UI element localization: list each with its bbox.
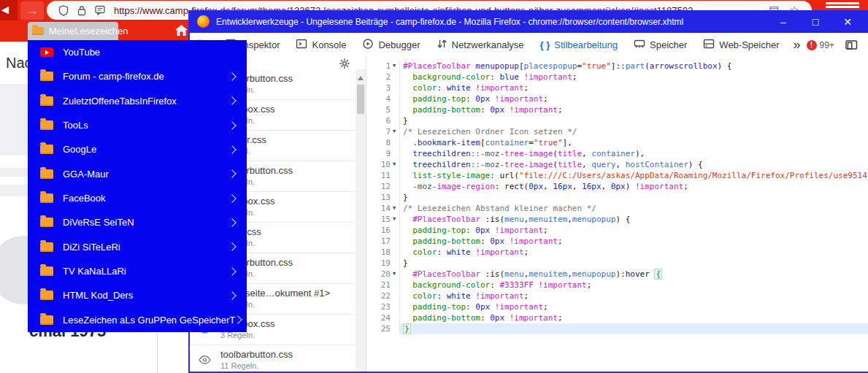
bookmark-menu-item[interactable]: GoogLe (28, 137, 247, 161)
more-tabs-icon[interactable]: » (788, 37, 807, 53)
code-line[interactable]: 19} (366, 258, 868, 269)
code-line[interactable]: 25} (366, 323, 868, 334)
stylesheet-rule-count: 11 Regeln. (220, 361, 258, 370)
stylesheet-item[interactable]: toolbarbutton.css11 Regeln. (190, 345, 356, 372)
code-line[interactable]: 8 .bookmark-item[container="true"], (366, 137, 868, 148)
fold-arrow-icon[interactable]: ▼ (391, 203, 398, 214)
fold-arrow-icon[interactable]: ▼ (391, 269, 398, 280)
code-line[interactable]: 11 list-style-image: url("file:///C:/Use… (366, 170, 868, 181)
bookmark-menu-item[interactable]: DiZi SiTeLeRi (28, 235, 247, 259)
code-line[interactable]: 3 color: white !important; (366, 82, 868, 93)
code-text[interactable]: .bookmark-item[container="true"], (400, 137, 868, 148)
code-text[interactable]: } (400, 115, 868, 126)
code-text[interactable]: color: white !important; (400, 291, 868, 301)
fold-arrow-icon[interactable]: ▼ (391, 159, 398, 170)
back-button[interactable]: ◄ (0, 0, 18, 20)
code-line[interactable]: 18 color: white !important; (366, 247, 868, 258)
shield-icon[interactable] (58, 5, 69, 16)
lock-icon[interactable] (77, 5, 86, 16)
code-text[interactable]: color: white !important; (400, 247, 868, 258)
code-line[interactable]: 1▼#PlacesToolbar menupopup[placespopup="… (366, 61, 868, 72)
code-text[interactable]: background-color: #3333FF !important; (400, 280, 868, 291)
code-text[interactable]: /* Lesezeichen Ordner Icon setzen */ (400, 126, 868, 137)
code-line[interactable]: 20▼ #PlacesToolbar :is(menu,menuitem,men… (366, 269, 868, 280)
bookmarks-folder-button[interactable]: MeineLesezeichen (28, 22, 118, 40)
code-line[interactable]: 21 background-color: #3333FF !important; (366, 280, 868, 291)
code-text[interactable]: treechildren::-moz-tree-image(title, con… (400, 148, 868, 159)
code-text[interactable]: padding-bottom: 0px !important; (400, 104, 868, 115)
memory-icon (634, 38, 645, 52)
chevron-right-icon (228, 72, 236, 80)
code-line[interactable]: 9 treechildren::-moz-tree-image(title, c… (366, 148, 868, 159)
code-line[interactable]: 17 padding-bottom: 0px !important; (366, 236, 868, 247)
fold-arrow-icon[interactable]: ▼ (391, 61, 398, 72)
extension-icon[interactable] (821, 1, 864, 9)
code-text[interactable]: } (400, 323, 868, 334)
code-text[interactable]: } (400, 192, 868, 203)
code-text[interactable]: } (400, 258, 868, 269)
code-line[interactable]: 4 padding-top: 0px !important; (366, 93, 868, 104)
tab-stilbearbeitung[interactable]: { }Stilbearbeitung (532, 33, 626, 57)
bookmark-menu-item[interactable]: HTML Kod_Ders (28, 283, 247, 307)
bookmark-menu-item[interactable]: YouTube (28, 40, 247, 64)
code-text[interactable]: padding-top: 0px !important; (400, 301, 868, 312)
code-text[interactable]: #PlacesToolbar :is(menu,menuitem,menupop… (400, 214, 868, 225)
close-button[interactable]: ✕ (831, 16, 864, 28)
code-line[interactable]: 12 -moz-image-region: rect(0px, 16px, 16… (366, 181, 868, 192)
maximize-button[interactable]: □ (799, 16, 831, 28)
bookmark-menu-item[interactable]: DiVeRsE SeiTeN (28, 210, 247, 234)
code-line[interactable]: 13} (366, 192, 868, 203)
line-number-gutter: 2 (366, 72, 400, 82)
code-text[interactable]: padding-bottom: 0px !important; (400, 312, 868, 323)
bookmark-menu-item[interactable]: FaceBook (28, 186, 247, 210)
sidebar-scrollbar[interactable] (356, 69, 366, 372)
code-line[interactable]: 6} (366, 115, 868, 126)
error-count-badge[interactable]: ! 99+ (807, 40, 834, 50)
fold-arrow-icon[interactable]: ▼ (391, 126, 398, 137)
code-line[interactable]: 10▼ treechildren::-moz-tree-image(title,… (366, 159, 868, 170)
code-text[interactable]: padding-top: 0px !important; (400, 225, 868, 236)
bookmark-menu-item[interactable]: TooLs (28, 113, 247, 137)
code-text[interactable]: padding-bottom: 0px !important; (400, 236, 868, 247)
devtools-titlebar[interactable]: Entwicklerwerkzeuge - Ungelesene Beiträg… (190, 10, 868, 33)
line-number-gutter: 13 (366, 192, 400, 203)
permissions-message-icon[interactable] (95, 5, 105, 15)
tab-speicher[interactable]: Speicher (626, 33, 695, 57)
code-text[interactable]: #PlacesToolbar menupopup[placespopup="tr… (400, 61, 868, 72)
bookmark-menu-item[interactable]: ZuletztOffeneTabsInFirefox (28, 89, 247, 113)
code-text[interactable]: list-style-image: url("file:///C:/Users/… (400, 170, 868, 181)
tab-konsole[interactable]: Konsole (288, 33, 354, 57)
code-line[interactable]: 22 color: white !important; (366, 291, 868, 301)
tab-web-speicher[interactable]: Web-Speicher (695, 33, 787, 57)
code-line[interactable]: 7▼/* Lesezeichen Ordner Icon setzen */ (366, 126, 868, 137)
code-line[interactable]: 5 padding-bottom: 0px !important; (366, 104, 868, 115)
code-line[interactable]: 24 padding-bottom: 0px !important; (366, 312, 868, 323)
code-text[interactable]: -moz-image-region: rect(0px, 16px, 16px,… (400, 181, 868, 192)
code-line[interactable]: 14▼/* Lesezeichen Abstand kleiner machen… (366, 203, 868, 214)
bookmark-menu-item[interactable]: TV KaNaLLaRi (28, 259, 247, 283)
scroll-up-arrow-icon[interactable] (358, 73, 364, 80)
css-source-editor[interactable]: 1▼#PlacesToolbar menupopup[placespopup="… (366, 57, 868, 372)
code-text[interactable]: background-color: blue !important; (400, 72, 868, 82)
visibility-eye-icon[interactable] (199, 354, 211, 367)
minimize-button[interactable]: – (767, 16, 799, 28)
scrollbar-thumb[interactable] (357, 85, 364, 114)
bookmark-menu-item[interactable]: Forum - camp-firefox.de (28, 64, 247, 88)
forward-button[interactable]: → (20, 1, 44, 20)
code-text[interactable]: #PlacesToolbar :is(menu,menuitem,menupop… (400, 269, 868, 280)
code-line[interactable]: 16 padding-top: 0px !important; (366, 225, 868, 236)
bookmark-menu-item[interactable]: GGA-Maur (28, 162, 247, 186)
code-text[interactable]: color: white !important; (400, 82, 868, 93)
code-line[interactable]: 23 padding-top: 0px !important; (366, 301, 868, 312)
code-text[interactable]: /* Lesezeichen Abstand kleiner machen */ (400, 203, 868, 214)
tab-netzwerkanalyse[interactable]: Netzwerkanalyse (429, 33, 532, 57)
tab-debugger[interactable]: Debugger (354, 33, 428, 57)
code-line[interactable]: 15▼ #PlacesToolbar :is(menu,menuitem,men… (366, 214, 868, 225)
bookmark-menu-item[interactable]: LeseZeichen aLs GruPPen GeSpeicherT (28, 308, 247, 332)
home-icon[interactable] (174, 24, 188, 39)
fold-arrow-icon[interactable]: ▼ (391, 214, 398, 225)
code-text[interactable]: padding-top: 0px !important; (400, 93, 868, 104)
responsive-design-icon[interactable] (845, 39, 858, 50)
code-text[interactable]: treechildren::-moz-tree-image(title, que… (400, 159, 868, 170)
code-line[interactable]: 2 background-color: blue !important; (366, 72, 868, 82)
